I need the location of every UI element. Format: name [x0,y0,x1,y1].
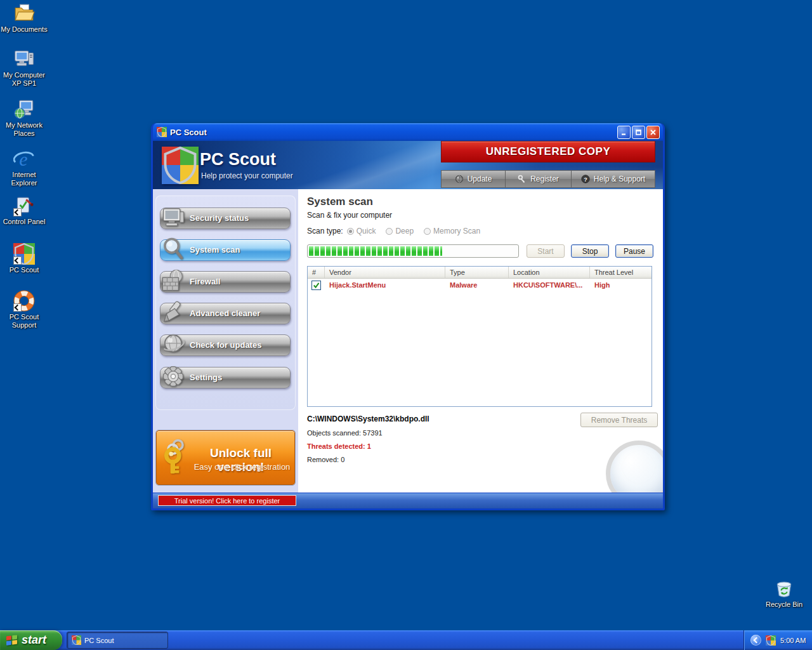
unlock-full-version-banner[interactable]: Unlock full version! Easy one-click regi… [156,430,295,485]
app-logo-shield-icon [162,146,199,184]
desktop-icon-label: Control Panel [1,218,48,226]
radio-quick[interactable]: Quick [347,227,376,235]
update-label: Update [468,175,492,183]
desktop-icon-label: Recycle Bin [761,600,808,609]
minimize-icon [620,129,627,136]
desktop-icon-pc-scout[interactable]: PC Scout [1,243,48,274]
pc-scout-window: PC Scout PC Scout Help protect your comp… [151,123,665,510]
radio-icon [386,228,393,235]
threats-table: # Vendor Type Location Threat Level [307,266,652,407]
main-content: System scan Scan & fix your computer Sca… [298,189,663,493]
desktop-icon-recycle-bin[interactable]: Recycle Bin [761,578,808,609]
remove-threats-button[interactable]: Remove Threats [580,413,658,427]
sidebar-item-settings[interactable]: Settings [160,367,291,388]
trial-version-button[interactable]: Trial version! Click here to register [158,495,296,506]
scan-progress-bar [307,244,519,258]
my-computer-icon [13,48,35,70]
close-icon [650,129,657,136]
desktop-icon-control-panel[interactable]: Control Panel [1,195,48,226]
scan-type-label: Scan type: [307,227,343,235]
removed-value: 0 [341,456,344,463]
app-name: PC Scout [200,150,276,169]
threats-detected-value: 1 [367,442,371,450]
brush-icon [161,300,185,324]
tray-chevron-button[interactable] [750,635,761,646]
threat-type: Malware [445,281,509,289]
app-tagline: Help protect your computer [201,171,293,180]
gear-icon [161,364,185,388]
magnifier-icon [161,237,185,261]
desktop-icon-internet-explorer[interactable]: Internet Explorer [1,148,48,187]
desktop-icon-label: My Network Places [1,121,48,138]
pause-button[interactable]: Pause [615,244,653,258]
table-row[interactable]: Hijack.StartMenu Malware HKCU\SOFTWARE\.… [308,279,652,291]
maximize-icon [635,129,642,136]
shortcut-arrow-icon [13,208,22,216]
window-statusbar: Trial version! Click here to register [153,493,663,508]
system-tray: 5:00 AM [743,630,812,650]
internet-explorer-icon [13,148,35,169]
threats-detected: Threats detected: 1 [307,442,663,450]
recycle-bin-icon [773,578,795,599]
firewall-icon [161,269,185,293]
radio-memory-scan[interactable]: Memory Scan [424,227,480,235]
sidebar-panel: Security status System scan Firewall [155,196,296,410]
window-title: PC Scout [170,128,616,137]
key-icon [518,175,527,183]
threat-location: HKCU\SOFTWARE\... [509,281,590,289]
shortcut-arrow-icon [13,256,22,265]
help-support-button[interactable]: Help & Support [572,170,655,188]
my-network-places-icon [13,98,35,120]
table-header: # Vendor Type Location Threat Level [308,267,652,279]
unregistered-banner: UNREGISTERED COPY [441,141,655,162]
window-title-shield-icon [157,127,167,137]
scan-type-row: Scan type: Quick Deep Memory Scan [307,227,663,235]
desktop: My Documents My Computer XP SP1 My Netwo… [0,0,812,650]
desktop-icon-pc-scout-support[interactable]: PC Scout Support [1,290,48,329]
computer-icon [161,205,185,229]
maximize-button[interactable] [632,126,645,139]
radio-icon [424,228,431,235]
register-button[interactable]: Register [506,170,572,188]
page-subtitle: Scan & fix your computer [307,211,663,220]
close-button[interactable] [646,126,660,139]
desktop-icon-label: My Documents [1,25,48,34]
desktop-icon-my-computer[interactable]: My Computer XP SP1 [1,48,48,88]
window-titlebar[interactable]: PC Scout [153,123,663,141]
sidebar-item-firewall[interactable]: Firewall [160,271,291,293]
minimize-button[interactable] [617,126,631,139]
start-button[interactable]: Start [527,244,565,258]
threat-vendor: Hijack.StartMenu [325,281,445,289]
page-title: System scan [307,196,663,208]
desktop-icon-my-documents[interactable]: My Documents [1,3,48,34]
sidebar-item-system-scan[interactable]: System scan [160,239,291,261]
sidebar-item-security-status[interactable]: Security status [160,208,291,229]
question-mark-icon [581,175,590,183]
unlock-subtitle: Easy one-click registration [192,462,292,472]
scan-progress-fill [309,246,442,256]
desktop-icon-label: Internet Explorer [1,171,48,187]
update-button[interactable]: Update [441,170,506,188]
radio-icon [347,228,354,235]
header-nav: Update Register Help & Support [441,170,655,188]
sidebar: Security status System scan Firewall [153,189,298,493]
desktop-icon-my-network-places[interactable]: My Network Places [1,98,48,138]
sidebar-item-check-for-updates[interactable]: Check for updates [160,335,291,356]
start-menu-button[interactable]: start [0,630,62,650]
pc-scout-shield-icon [72,635,81,645]
threat-checkbox[interactable] [311,281,321,290]
desktop-icon-label: My Computer XP SP1 [1,71,48,88]
progress-row: Start Stop Pause [307,244,663,258]
objects-scanned-value: 57391 [363,429,383,437]
radio-deep[interactable]: Deep [386,227,414,235]
app-header: PC Scout Help protect your computer UNRE… [153,141,663,189]
tray-clock: 5:00 AM [780,637,806,644]
desktop-icon-label: PC Scout [1,266,48,274]
taskbar-item-pc-scout[interactable]: PC Scout [67,632,168,649]
my-documents-icon [13,3,35,24]
checkmark-icon [313,282,320,289]
sidebar-item-advanced-cleaner[interactable]: Advanced cleaner [160,303,291,324]
tray-pc-scout-shield-icon[interactable] [766,635,776,646]
threat-level: High [590,281,652,289]
stop-button[interactable]: Stop [571,244,609,258]
